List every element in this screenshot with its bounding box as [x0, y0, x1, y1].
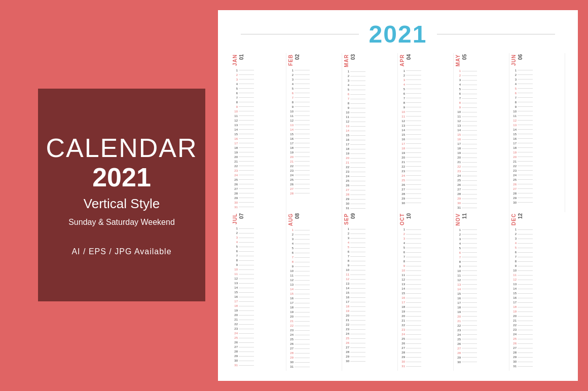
day-line — [406, 102, 421, 103]
day-number: 4 — [511, 242, 517, 245]
day-row: 30 — [233, 200, 254, 205]
day-number: 12 — [344, 278, 349, 281]
day-row: 31 — [233, 363, 254, 367]
days-container: 1234567891011121314151617181920212223242… — [456, 227, 507, 370]
day-number: 31 — [400, 365, 405, 368]
day-row: 16 — [456, 296, 477, 300]
day-line — [518, 343, 533, 344]
day-number: 5 — [400, 246, 405, 249]
day-line — [350, 275, 365, 275]
day-row: 17 — [511, 141, 533, 145]
day-number: 19 — [233, 309, 238, 312]
day-row: 16 — [511, 136, 533, 141]
day-number: 27 — [288, 347, 293, 350]
day-number: 13 — [456, 124, 461, 127]
day-line — [518, 184, 533, 184]
day-number: 6 — [344, 93, 349, 96]
day-line — [350, 357, 365, 357]
day-number: 7 — [400, 255, 405, 258]
day-number: 5 — [344, 246, 349, 249]
day-line — [350, 338, 365, 339]
day-number: 4 — [400, 242, 405, 245]
day-row: 11 — [456, 114, 477, 119]
day-row: 24 — [400, 173, 421, 178]
day-number: 23 — [400, 170, 405, 173]
day-line — [239, 269, 254, 270]
day-line — [350, 208, 365, 209]
day-row: 8 — [400, 100, 421, 105]
day-line — [350, 71, 365, 72]
month-header-jun: JUN06 — [511, 54, 563, 66]
day-number: 28 — [344, 193, 349, 196]
day-line — [518, 198, 533, 198]
day-number: 3 — [511, 78, 517, 81]
day-line — [406, 334, 421, 335]
day-row: 8 — [288, 260, 310, 264]
month-number: 10 — [407, 213, 412, 219]
day-number: 6 — [511, 251, 517, 254]
day-number: 1 — [456, 228, 461, 231]
day-row: 7 — [456, 96, 477, 100]
day-number: 5 — [400, 88, 405, 91]
day-line — [406, 121, 421, 121]
day-line — [406, 275, 421, 276]
month-col-sep: SEP0912345678910111213141516171819202122… — [342, 212, 398, 371]
day-row: 7 — [511, 255, 533, 259]
day-number: 29 — [511, 356, 517, 359]
day-row: 24 — [344, 332, 365, 336]
month-name: AUG — [288, 213, 293, 226]
day-line — [462, 284, 477, 285]
day-line — [239, 179, 254, 180]
day-row: 26 — [233, 340, 254, 344]
day-numbers: 1234567891011121314151617181920212223242… — [233, 68, 254, 211]
day-line — [518, 84, 533, 84]
day-number: 23 — [344, 170, 349, 173]
day-number: 6 — [233, 250, 238, 253]
day-row: 8 — [233, 100, 254, 104]
day-line — [295, 115, 310, 116]
day-number: 29 — [511, 197, 517, 200]
day-row: 26 — [288, 182, 310, 186]
day-number: 2 — [344, 74, 349, 77]
day-number: 20 — [288, 315, 293, 318]
day-number: 20 — [456, 156, 461, 159]
day-number: 15 — [400, 292, 405, 295]
day-number: 22 — [344, 323, 349, 326]
day-row: 31 — [456, 205, 477, 210]
day-line — [518, 134, 533, 134]
day-line — [406, 252, 421, 253]
day-row: 22 — [344, 165, 365, 170]
month-header-dec: DEC12 — [511, 213, 563, 225]
day-row: 25 — [400, 178, 421, 182]
day-number: 29 — [233, 355, 238, 358]
day-row: 3 — [233, 77, 254, 82]
day-line — [462, 330, 477, 330]
day-row: 29 — [456, 355, 477, 360]
day-row: 6 — [400, 250, 421, 255]
day-line — [295, 362, 310, 363]
day-line — [295, 262, 310, 262]
day-line — [406, 171, 421, 171]
day-line — [406, 84, 421, 85]
day-line — [462, 130, 477, 131]
day-number: 17 — [511, 142, 517, 145]
days-container: 1234567891011121314151617181920212223242… — [233, 68, 284, 211]
month-number: 03 — [351, 54, 356, 60]
day-line — [406, 203, 421, 203]
day-row: 6 — [456, 91, 477, 96]
day-number: 26 — [456, 183, 461, 186]
day-row: 19 — [344, 151, 365, 156]
day-row: 26 — [233, 182, 254, 186]
day-line — [295, 138, 310, 139]
day-row: 19 — [511, 309, 533, 314]
month-col-jun: JUN0612345678910111213141516171819202122… — [509, 53, 565, 212]
day-line — [406, 229, 421, 230]
day-row: 21 — [511, 159, 533, 164]
day-line — [406, 239, 421, 239]
day-line — [295, 79, 310, 80]
day-number: 17 — [456, 142, 461, 145]
day-number: 9 — [456, 106, 461, 109]
day-line — [295, 193, 310, 193]
day-row: 14 — [456, 128, 477, 132]
day-line — [406, 330, 421, 330]
